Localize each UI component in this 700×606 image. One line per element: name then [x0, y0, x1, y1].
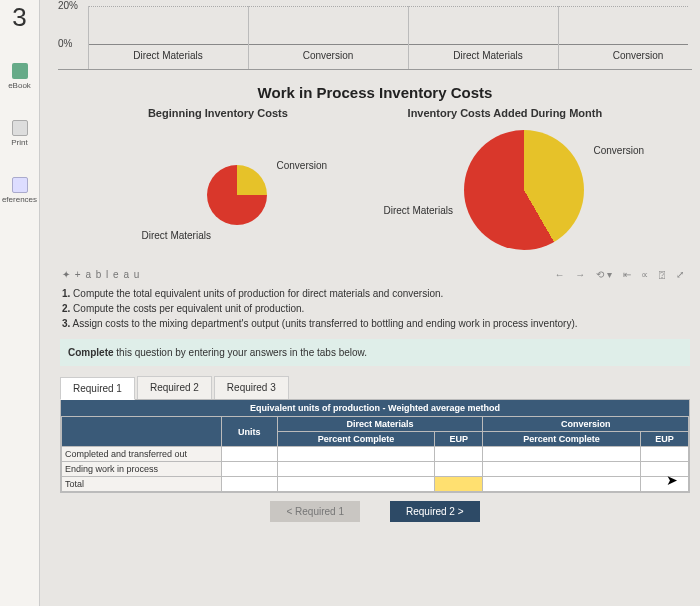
cell[interactable] [640, 447, 688, 462]
pie1-label-dm: Direct Materials [142, 230, 211, 241]
share-icon[interactable]: ∝ [641, 269, 648, 280]
col-units: Units [222, 417, 278, 447]
cell-highlight[interactable] [435, 477, 483, 492]
prev-button[interactable]: < Required 1 [270, 501, 360, 522]
pie2-label-dm: Direct Materials [384, 205, 453, 216]
row-ending[interactable]: Ending work in process [62, 462, 222, 477]
ytick-20: 20% [58, 0, 78, 11]
pie1-label-conversion: Conversion [277, 160, 328, 171]
eup-table: Equivalent units of production - Weighte… [60, 399, 690, 493]
cell[interactable] [222, 477, 278, 492]
requirement-tabs: Required 1 Required 2 Required 3 [60, 376, 692, 399]
col-dm-eup: EUP [435, 432, 483, 447]
table-title: Equivalent units of production - Weighte… [61, 400, 689, 416]
xlabel-4: Conversion [563, 50, 700, 61]
references-icon [12, 177, 28, 193]
table-row: Completed and transferred out [62, 447, 689, 462]
row-total: Total [62, 477, 222, 492]
forward-icon[interactable]: → [575, 269, 585, 280]
pie-beginning: Conversion Direct Materials [87, 125, 367, 255]
col-conv-pc: Percent Complete [483, 432, 641, 447]
subhead-left: Beginning Inventory Costs [148, 107, 288, 119]
colgroup-conv: Conversion [483, 417, 689, 432]
tableau-toolbar: ← → ⟲ ▾ ⇤ ∝ ⍰ ⤢ [551, 269, 688, 280]
next-button[interactable]: Required 2 > [390, 501, 480, 522]
tab-required-1[interactable]: Required 1 [60, 377, 135, 400]
subhead-right: Inventory Costs Added During Month [408, 107, 603, 119]
ytick-0: 0% [58, 38, 72, 49]
cell[interactable] [640, 477, 688, 492]
sidebar-references[interactable]: eferences [0, 177, 39, 204]
cell[interactable] [483, 462, 641, 477]
pie-beginning-chart [207, 165, 267, 225]
cell[interactable] [483, 477, 641, 492]
colgroup-dm: Direct Materials [277, 417, 483, 432]
tab-required-3[interactable]: Required 3 [214, 376, 289, 399]
row-completed[interactable]: Completed and transferred out [62, 447, 222, 462]
cell[interactable] [222, 462, 278, 477]
col-conv-eup: EUP [640, 432, 688, 447]
back-icon[interactable]: ← [555, 269, 565, 280]
cell[interactable] [222, 447, 278, 462]
xlabel-2: Conversion [253, 50, 403, 61]
xlabel-1: Direct Materials [93, 50, 243, 61]
sidebar-ebook[interactable]: eBook [0, 63, 39, 90]
print-icon [12, 120, 28, 136]
cell[interactable] [435, 447, 483, 462]
table-row: Total [62, 477, 689, 492]
tableau-brand: ✦ + a b l e a u [62, 269, 140, 280]
cell[interactable] [435, 462, 483, 477]
cell[interactable] [483, 447, 641, 462]
col-dm-pc: Percent Complete [277, 432, 435, 447]
revert-icon[interactable]: ⇤ [623, 269, 631, 280]
section-title: Work in Process Inventory Costs [58, 84, 692, 101]
reset-icon[interactable]: ⟲ ▾ [596, 269, 612, 280]
cell[interactable] [640, 462, 688, 477]
bar-chart-area: 20% 0% Direct Materials Conversion Direc… [58, 0, 692, 70]
tab-required-2[interactable]: Required 2 [137, 376, 212, 399]
complete-banner: Complete this question by entering your … [60, 339, 690, 366]
fullscreen-icon[interactable]: ⤢ [676, 269, 684, 280]
cell[interactable] [277, 462, 435, 477]
comment-icon[interactable]: ⍰ [659, 269, 665, 280]
pie2-label-conversion: Conversion [594, 145, 645, 156]
cell[interactable] [277, 447, 435, 462]
ebook-icon [12, 63, 28, 79]
cell[interactable] [277, 477, 435, 492]
sidebar: 3 eBook Print eferences [0, 0, 40, 606]
pie-subheadings: Beginning Inventory Costs Inventory Cost… [58, 107, 692, 119]
pie-added: Conversion Direct Materials [384, 125, 664, 255]
xlabel-3: Direct Materials [413, 50, 563, 61]
table-row: Ending work in process [62, 462, 689, 477]
pie-added-chart [464, 130, 584, 250]
question-number: 3 [0, 2, 39, 33]
sidebar-print[interactable]: Print [0, 120, 39, 147]
instructions: 1. Compute the total equivalent units of… [62, 286, 688, 331]
